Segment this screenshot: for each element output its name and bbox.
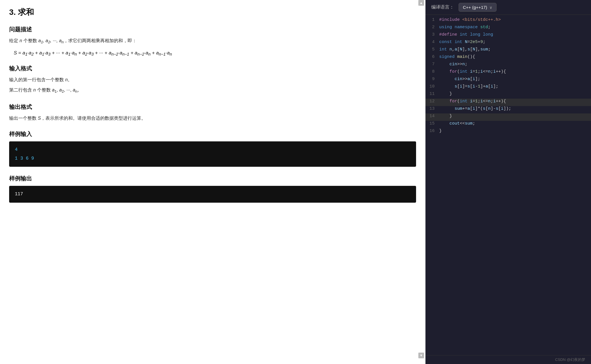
input-format-line2: 第二行包含 n 个整数 a1, a2, ···, an。: [9, 86, 416, 95]
lang-label: 编译语言：: [431, 4, 454, 10]
output-format-content: 输出一个整数 S，表示所求的和。请使用合适的数据类型进行运算。: [9, 114, 416, 123]
code-line-8: 8 for(int i=1;i<=n;i++){: [425, 69, 591, 76]
problem-desc-content: 给定 n 个整数 a1, a2, ···, an，求它们两两相乘再相加的和，即：: [9, 37, 416, 46]
section-output-format: 输出格式: [9, 103, 416, 111]
code-line-16: 16 }: [425, 128, 591, 136]
code-line-11: 11 }: [425, 91, 591, 99]
sample-output-block: 117: [9, 186, 416, 202]
code-line-5: 5 int n,a[N],s[N],sum;: [425, 47, 591, 54]
code-line-14: 14 }: [425, 113, 591, 121]
chevron-down-icon: ∨: [489, 5, 492, 10]
code-line-9: 9 cin>>a[i];: [425, 76, 591, 84]
left-panel: 3. 求和 问题描述 给定 n 个整数 a1, a2, ···, an，求它们两…: [0, 0, 425, 364]
formula-block: S = a1·a2 + a1·a3 + ··· + a1·an + a2·a3 …: [14, 50, 416, 56]
code-editor[interactable]: 1 #include <bits/stdc++.h> 2 using names…: [425, 15, 591, 355]
sample-output-value: 117: [15, 190, 410, 198]
code-line-3: 3 #define int long long: [425, 32, 591, 39]
lang-dropdown[interactable]: C++ (g++17) ∨: [459, 3, 497, 12]
scroll-down-arrow[interactable]: ▼: [418, 353, 424, 358]
code-line-12: 12 for(int i=1;i<=n;i++){: [425, 99, 591, 106]
code-line-13: 13 sum+=a[i]*(s[n]-s[i]);: [425, 106, 591, 113]
code-line-1: 1 #include <bits/stdc++.h>: [425, 17, 591, 25]
editor-footer: CSDN @幻夜的梦: [425, 355, 591, 364]
code-line-7: 7 cin>>n;: [425, 62, 591, 69]
code-line-6: 6 signed main(){: [425, 54, 591, 62]
section-sample-output: 样例输出: [9, 175, 416, 182]
section-input-format: 输入格式: [9, 65, 416, 72]
scroll-up-arrow[interactable]: ▲: [418, 0, 424, 6]
editor-header: 编译语言： C++ (g++17) ∨: [425, 0, 591, 15]
sample-input-block: 4 1 3 6 9: [9, 141, 416, 167]
code-line-4: 4 const int N=2e5+9;: [425, 39, 591, 47]
section-sample-input: 样例输入: [9, 130, 416, 138]
section-problem-desc: 问题描述: [9, 26, 416, 33]
code-line-2: 2 using namespace std;: [425, 25, 591, 32]
sample-input-line1: 4: [15, 145, 410, 154]
code-line-15: 15 cout<<sum;: [425, 121, 591, 128]
sample-input-line2: 1 3 6 9: [15, 154, 410, 163]
lang-value: C++ (g++17): [463, 5, 487, 10]
page-title: 3. 求和: [9, 7, 416, 18]
input-format-line1: 输入的第一行包含一个整数 n。: [9, 76, 416, 84]
right-panel: 编译语言： C++ (g++17) ∨ 1 #include <bits/std…: [425, 0, 591, 364]
code-line-10: 10 s[i]=s[i-1]+a[i];: [425, 84, 591, 91]
